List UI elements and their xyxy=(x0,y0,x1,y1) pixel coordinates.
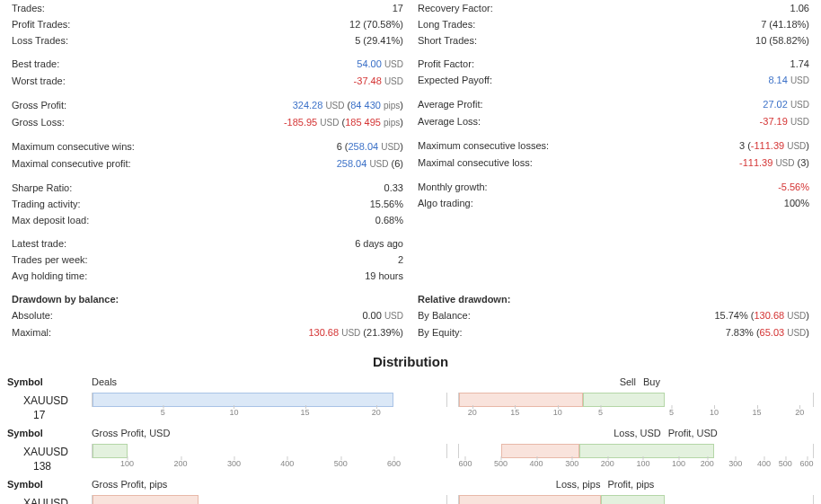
chart-title: Deals xyxy=(92,376,447,387)
stat-value: -37.19 USD xyxy=(760,115,809,128)
stat-row: Profit Factor:1.74 xyxy=(418,56,809,72)
stat-value: 7.83% (65.03 USD) xyxy=(726,326,809,340)
distribution-row: SymbolDealsSellBuyXAUUSD1751015202015105… xyxy=(0,376,821,428)
stat-label: Expected Payoff: xyxy=(418,74,492,87)
distribution-title: Distribution xyxy=(0,354,821,369)
stat-label: Average Profit: xyxy=(418,98,483,111)
symbol-value: 17 xyxy=(33,407,66,421)
stat-value: -111.39 USD (3) xyxy=(739,156,809,170)
stat-label: Worst trade: xyxy=(12,75,66,88)
stat-row: Algo trading:100% xyxy=(418,195,809,211)
stat-row: Long Trades:7 (41.18%) xyxy=(418,16,809,32)
stat-value: 2 xyxy=(398,253,403,266)
stat-row: Absolute:0.00 USD xyxy=(12,307,403,324)
stat-label: Short Trades: xyxy=(418,34,477,47)
stat-row: Average Loss:-37.19 USD xyxy=(418,113,809,130)
stat-row: Trades per week:2 xyxy=(12,252,403,268)
stat-row: Expected Payoff:8.14 USD xyxy=(418,72,809,89)
stat-label: Gross Profit: xyxy=(12,99,66,112)
stat-row: Profit Trades:12 (70.58%) xyxy=(12,16,403,32)
drawdown-right-title: Relative drawdown: xyxy=(418,293,510,305)
bar xyxy=(501,444,579,458)
stat-value: 1.74 xyxy=(790,57,809,70)
bar xyxy=(93,393,393,407)
stat-label: Trades: xyxy=(12,2,45,14)
stat-value: -37.48 USD xyxy=(354,75,403,88)
bar xyxy=(583,393,665,407)
stat-label: Loss Trades: xyxy=(12,34,68,47)
stat-label: Avg holding time: xyxy=(12,270,87,282)
stat-row: Maximal:130.68 USD (21.39%) xyxy=(12,324,403,341)
stat-value: 10 (58.82%) xyxy=(755,34,809,47)
axis: 20151055101520 xyxy=(458,408,814,422)
stat-row: Average Profit:27.02 USD xyxy=(418,96,809,113)
symbol-name: XAUUSD xyxy=(23,393,75,407)
stat-value: 0.68% xyxy=(375,214,403,226)
distribution-row: SymbolGross Profit, pipsLoss, pipsProfit… xyxy=(0,479,821,504)
stat-value: 5 (29.41%) xyxy=(355,34,403,47)
stats-grid: Trades:17Profit Trades:12 (70.58%)Loss T… xyxy=(0,0,821,284)
stat-label: Absolute: xyxy=(12,309,53,323)
stat-label: Profit Factor: xyxy=(418,57,474,70)
stat-label: By Balance: xyxy=(418,309,471,323)
bar-chart xyxy=(92,495,447,504)
axis: 100200300400500600 xyxy=(92,459,447,473)
chart-title: Gross Profit, USD xyxy=(92,428,447,438)
stat-row: Avg holding time:19 hours xyxy=(12,268,403,284)
stat-label: Latest trade: xyxy=(12,237,66,250)
stat-label: Trading activity: xyxy=(12,198,81,210)
stat-row: Gross Loss:-185.95 USD (185 495 pips) xyxy=(12,114,403,131)
stat-label: By Equity: xyxy=(418,326,463,340)
stat-value: 130.68 USD (21.39%) xyxy=(308,326,403,340)
stat-row: By Equity:7.83% (65.03 USD) xyxy=(418,324,809,341)
stat-value: 17 xyxy=(393,2,403,14)
stat-label: Gross Loss: xyxy=(12,116,65,129)
stat-value: -185.95 USD (185 495 pips) xyxy=(284,116,403,129)
stat-label: Algo trading: xyxy=(418,197,473,209)
bar xyxy=(93,444,128,458)
symbol-header: Symbol xyxy=(7,376,92,391)
stat-row: Trades:17 xyxy=(12,0,403,16)
chart-title-split: SellBuy xyxy=(458,376,814,387)
stat-label: Sharpe Ratio: xyxy=(12,181,72,194)
bar xyxy=(579,444,714,458)
bar-chart xyxy=(92,393,447,407)
stat-row: Maximum consecutive losses:3 (-111.39 US… xyxy=(418,137,809,155)
drawdown-left: Drawdown by balance: Absolute:0.00 USDMa… xyxy=(4,291,410,341)
bar xyxy=(459,393,583,407)
symbol-name: XAUUSD xyxy=(23,444,75,458)
stat-label: Maximal consecutive profit: xyxy=(12,157,131,171)
stat-label: Maximum consecutive losses: xyxy=(418,139,549,153)
stat-row: Maximal consecutive loss:-111.39 USD (3) xyxy=(418,155,809,172)
stat-label: Monthly growth: xyxy=(418,181,488,193)
stats-right-column: Recovery Factor:1.06Long Trades:7 (41.18… xyxy=(410,0,817,284)
stat-row: Short Trades:10 (58.82%) xyxy=(418,32,809,49)
stat-value: 19 hours xyxy=(365,270,403,282)
chart-title: Gross Profit, pips xyxy=(92,479,447,490)
stat-label: Profit Trades: xyxy=(12,18,70,31)
bar-chart-split xyxy=(458,495,814,504)
stat-label: Max deposit load: xyxy=(12,214,89,226)
chart-title-split: Loss, pipsProfit, pips xyxy=(458,479,814,490)
stat-row: Sharpe Ratio:0.33 xyxy=(12,180,403,196)
symbol-header: Symbol xyxy=(7,428,92,442)
stat-value: 324.28 USD (84 430 pips) xyxy=(293,99,403,112)
chart-title-split: Loss, USDProfit, USD xyxy=(458,428,814,438)
stat-value: 12 (70.58%) xyxy=(349,18,403,31)
stat-label: Average Loss: xyxy=(418,115,481,128)
bar xyxy=(601,495,665,504)
stat-label: Long Trades: xyxy=(418,18,475,31)
symbol-value: 138 xyxy=(33,458,66,473)
stat-row: Latest trade:6 days ago xyxy=(12,235,403,252)
stat-value: 0.00 USD xyxy=(362,309,403,323)
bar xyxy=(459,495,601,504)
stat-row: Max deposit load:0.68% xyxy=(12,212,403,228)
bar-chart-split xyxy=(458,393,814,407)
stat-value: 6 (258.04 USD) xyxy=(337,140,403,154)
stat-row: Gross Profit:324.28 USD (84 430 pips) xyxy=(12,97,403,114)
stat-value: 27.02 USD xyxy=(763,98,809,111)
stat-row: Worst trade:-37.48 USD xyxy=(12,73,403,90)
stat-label: Trades per week: xyxy=(12,253,88,266)
drawdown-left-title: Drawdown by balance: xyxy=(12,293,119,305)
symbol-name: XAUUSD xyxy=(23,495,75,504)
